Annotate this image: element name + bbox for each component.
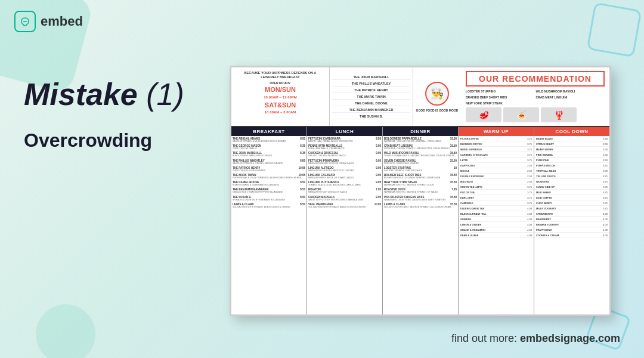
warmcool-name: BLENDED COFFEE bbox=[460, 143, 482, 146]
dinner-items: BOLOGNESE PAPPARDELLE 15.50 PARMESAN, GR… bbox=[383, 136, 458, 211]
warmcool-price: 3.75 bbox=[603, 202, 608, 205]
item-price: 18 bbox=[454, 166, 457, 169]
rec-item: NEW YORK STRIP STEAK bbox=[466, 101, 535, 106]
breakfast-header: BREAKFAST bbox=[231, 127, 306, 136]
menu-item: THE SUSAN B. 8.50 SPINACH & ONION WITH H… bbox=[233, 196, 305, 201]
warmcool-name: BEARY BLAZE bbox=[536, 137, 553, 140]
warmcool-price: 4.00 bbox=[603, 234, 608, 237]
warmcool-item: PURPLE MELON 3.75 bbox=[534, 163, 609, 168]
menu-item: BRAISED BEEF SHORT RIBS 15.50 MUSHROOM R… bbox=[384, 174, 457, 179]
rec-item: LOBSTER STUFFING bbox=[466, 89, 535, 94]
warmcool-name: MILKY YOGHURT bbox=[536, 207, 556, 210]
menu-item: LEWIS & CLARK 15.50 SLICED YUKON POTATO,… bbox=[384, 203, 457, 208]
warmcool-item: WOWZERS 3.75 bbox=[534, 179, 609, 184]
rec-items: LOBSTER STUFFINGWILD MUSHROOM RAVIOLIBRA… bbox=[466, 89, 605, 106]
item-desc: SAUTÉED SPINACH, LOBSTER SAUCE bbox=[384, 169, 457, 172]
menu-item: LINGUINI CALAMARI 9.95 PASTA WITH MILK W… bbox=[308, 174, 381, 179]
warmcool-name: BANANA YOGHURT bbox=[536, 223, 559, 226]
menu-item: RIGATONI 7.95 PASTA WITH YOUR CHOICE OF … bbox=[308, 188, 381, 193]
center-item: THE DANIEL BOONE bbox=[332, 101, 410, 106]
warmup-header: WARM UP bbox=[459, 127, 534, 136]
rec-image-2: 🍝 bbox=[503, 107, 539, 122]
item-desc: SAUTÉ WITH OYSTER MUSHROOMS & MARSALA WI… bbox=[308, 199, 381, 201]
warmcool-name: TROPICAL MASH bbox=[536, 169, 556, 172]
warmcool-price: 4.00 bbox=[603, 229, 608, 232]
warmcool-name: ELDERFLOWER TEA bbox=[460, 207, 484, 210]
warmcool-price: 4.00 bbox=[527, 207, 532, 210]
item-price: 8.50 bbox=[300, 203, 305, 206]
warmcool-price: 4.00 bbox=[527, 218, 532, 221]
item-price: 10.95 bbox=[374, 203, 381, 206]
item-desc: PASTA WITH CHICKEN & BROCCOLI CHICKEN bbox=[308, 169, 381, 172]
warmcool-name: LATTE bbox=[460, 159, 468, 162]
center-item: THE PHILLIS WHEATLEY bbox=[332, 81, 410, 87]
menu-item: THE GEORGE MASON 8.35 CRISP YELLOW OMELE… bbox=[233, 144, 305, 150]
warmcool-price: 3.75 bbox=[603, 196, 608, 199]
open-hours-label: OPEN HOURS: bbox=[236, 81, 324, 85]
warmcool-item: MOCCA 2.50 bbox=[459, 168, 534, 174]
menu-center-list: THE JOHN MARSHALLTHE PHILLIS WHEATLEYTHE… bbox=[330, 67, 413, 126]
menu-board: BECAUSE YOUR HAPPINESS DEPENDS ON A LEIS… bbox=[230, 66, 611, 316]
item-desc: SNOW PEA, CHERRY TOMATO, LEMON BUTTER, F… bbox=[384, 147, 457, 150]
warmcool-name: MILK SHAKE bbox=[536, 191, 551, 194]
menu-item: SEVEN CHEESE RAVIOLI 15.50 PINE NUTS, SN… bbox=[384, 159, 457, 165]
warmcool-item: GINSENG 4.00 bbox=[459, 217, 534, 222]
warmcool-price: 2.50 bbox=[603, 169, 608, 172]
warmcool-price: 3.75 bbox=[527, 202, 532, 205]
item-desc: TRUFFLE CREAM SAUCE, SAUTÉED MUSHROOMS, … bbox=[384, 155, 457, 157]
menu-item: CHICKEN & BROCCOLI 9.95 GRILLED CHICKEN … bbox=[308, 152, 381, 157]
warmcool-price: 3.75 bbox=[527, 137, 532, 140]
menu-item: CHICKEN MARSALA 9.95 SAUTÉ WITH OYSTER M… bbox=[308, 196, 381, 201]
warmup-items: FILTER COFFEE 3.75 BLENDED COFFEE 3.75 M… bbox=[459, 136, 534, 238]
warmcool-item: SUNNY SIDE UP 3.75 bbox=[534, 184, 609, 190]
warmcool-name: CARAMEL CHOCOLATE bbox=[460, 153, 488, 156]
menu-top-left: BECAUSE YOUR HAPPINESS DEPENDS ON A LEIS… bbox=[231, 67, 330, 126]
warmcool-price: 4.00 bbox=[603, 212, 608, 215]
menu-item: FETTUCINI PRIMAVERA 9.95 PASTA WITH MIXE… bbox=[308, 159, 381, 165]
rec-item: CRAB MEAT LINGUINI bbox=[536, 95, 605, 100]
warmcool-price: 3.75 bbox=[603, 191, 608, 194]
menu-item: CRAB MEAT LINGUINI 15.50 SNOW PEA, CHERR… bbox=[384, 144, 457, 150]
item-price: 10.95 bbox=[299, 166, 305, 169]
menu-item: THE BENJAMIN BANNEKER 8.50 GRILLED FILET… bbox=[233, 188, 305, 193]
left-content: Mistake (1) Overcrowding bbox=[24, 78, 184, 152]
lunch-column: LUNCH FETTUCINI CARBONARA 9.95 BACON, HA… bbox=[307, 127, 383, 314]
warmcool-price: 2.50 bbox=[603, 159, 608, 162]
center-items-list: THE JOHN MARSHALLTHE PHILLIS WHEATLEYTHE… bbox=[332, 75, 410, 119]
lunch-header: LUNCH bbox=[307, 127, 382, 136]
warmcool-item: PEAR & GUAVA 4.00 bbox=[459, 233, 534, 238]
item-desc: BLACK FOREST HAM & SWISS CHEESE bbox=[233, 155, 305, 157]
bg-decoration-tr bbox=[587, 2, 642, 58]
bg-decoration-bl bbox=[36, 304, 95, 358]
menu-item: PAN ROASTED CHILEAN BASS 15.50 FAVA BEAN… bbox=[384, 196, 457, 201]
open-hours-weekend: SAT&SUN 10:00AM – 3:00AM bbox=[236, 101, 324, 115]
item-desc: PARMESAN RISOTTO, SAUTÉED SPINACH, DIJON bbox=[384, 184, 457, 186]
warmcool-price: 4.00 bbox=[527, 234, 532, 237]
warmcool-price: 2.50 bbox=[527, 164, 532, 167]
item-desc: PINE NUTS, SNOW PEAS, GRAPES bbox=[384, 162, 457, 165]
warmcool-price: 3.75 bbox=[527, 159, 532, 162]
item-price: 9.95 bbox=[376, 196, 381, 199]
item-desc: VOL SAUTÉED WITH SPINACH, BLACK OLIVES &… bbox=[233, 206, 305, 208]
item-price: 7.95 bbox=[376, 188, 381, 191]
rec-image-1: 🥩 bbox=[466, 107, 501, 122]
warmcool-item: CHOC BERRY 3.75 bbox=[534, 200, 609, 206]
warmcool-name: PURE PINK bbox=[536, 159, 549, 162]
warmcool-name: MEARY BERRY bbox=[536, 148, 553, 151]
warmcool-price: 3.75 bbox=[527, 143, 532, 146]
menu-item: THE MARK TWAIN 10.95 FRESH SPINACH, PLUM… bbox=[233, 174, 305, 179]
warmcool-item: MIXED ESPRESSO 3.75 bbox=[459, 147, 534, 152]
mascot-area: 👨‍🍳 GOOD FOOD IS GOOD MOOD bbox=[413, 67, 461, 126]
warmcool-item: ELDERFLOWER TEA 4.00 bbox=[459, 206, 534, 211]
menu-item: LINGUINI ALFREDO 9.95 PASTA WITH CHICKEN… bbox=[308, 166, 381, 172]
item-price: 8.95 bbox=[300, 137, 305, 140]
menu-item: ROASTED DUCK 7.95 PARMESAN RISOTTO, SAUT… bbox=[384, 188, 457, 193]
logo-icon bbox=[14, 11, 36, 32]
item-name: PAN ROASTED CHILEAN BASS bbox=[384, 196, 424, 199]
menu-item: THE PHILLIS WHEATLEY 8.85 SAUTÉED POTATO… bbox=[233, 159, 305, 165]
warmcool-name: PURPLE MELON bbox=[536, 164, 555, 167]
warmcool-price: 2.50 bbox=[603, 153, 608, 156]
warmcool-name: PEAR & GUAVA bbox=[460, 234, 478, 237]
good-food-text: GOOD FOOD IS GOOD MOOD bbox=[416, 109, 459, 112]
center-item: THE BENJAMIN BANNEKER bbox=[332, 107, 410, 113]
